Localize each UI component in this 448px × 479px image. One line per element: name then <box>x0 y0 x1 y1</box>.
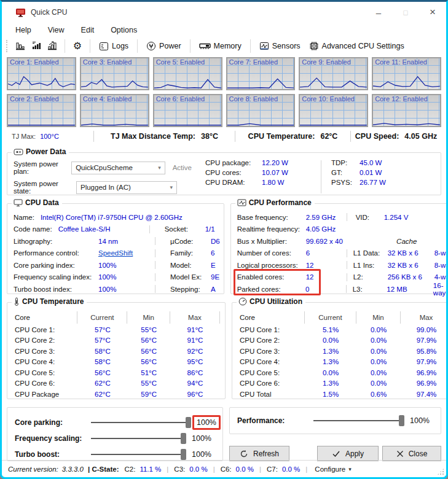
sensors-button[interactable]: Sensors <box>255 39 305 53</box>
cstate-c2: C2:11.1 % <box>124 465 161 473</box>
core-panel-5[interactable]: Core 5: Enabled <box>153 57 222 90</box>
core-activity-sparkline <box>373 58 440 89</box>
chart-ascending-icon[interactable] <box>44 39 60 53</box>
chart-descending-icon[interactable] <box>12 39 28 53</box>
frequency-scaling-slider[interactable] <box>91 432 186 445</box>
configure-dropdown[interactable]: Configure ▾ <box>315 465 351 473</box>
core-panel-7[interactable]: Core 7: Enabled <box>226 57 296 90</box>
logs-button[interactable]: Logs <box>95 39 133 53</box>
core-activity-sparkline <box>227 95 294 126</box>
core-panel-3[interactable]: Core 3: Enabled <box>80 57 149 90</box>
logical-processors-row: Logical processors: 12 L1 Ins: 32 KB x 6… <box>237 259 448 271</box>
apply-button[interactable]: Apply <box>317 446 379 461</box>
advanced-cpu-settings-button[interactable]: Advanced CPU Settings <box>305 39 409 53</box>
speedshift-link[interactable]: SpeedShift <box>98 249 133 257</box>
window-controls: – ◻ × <box>365 2 446 23</box>
settings-gear-icon[interactable]: ⚙ <box>69 39 85 53</box>
cpu-cores-row: CPU cores:10.07 W <box>205 169 321 176</box>
cstate-label: | C-State: <box>88 465 119 473</box>
slider-thumb[interactable] <box>399 415 404 426</box>
memory-button[interactable]: Memory <box>195 39 246 53</box>
slider-thumb[interactable] <box>186 417 191 428</box>
memory-icon <box>199 42 211 50</box>
stats-strip: TJ Max: 100°C TJ Max Distance Temp: 38°C… <box>7 128 441 144</box>
core-graphs-grid: Core 1: Enabled Core 3: Enabled Core 5: … <box>7 57 441 127</box>
core-parking-label: Core parking: <box>15 418 91 427</box>
core-activity-sparkline <box>227 58 294 89</box>
performance-slider[interactable] <box>313 415 404 427</box>
cpu-package-row: CPU package:12.20 W <box>205 159 321 166</box>
core-activity-sparkline <box>8 95 75 126</box>
core-parking-value: 100% <box>192 415 221 430</box>
cpu-temperature-cell: CPU Temperature: 62°C <box>235 131 351 142</box>
refresh-button[interactable]: Refresh <box>229 446 289 461</box>
cache-header: Cache <box>358 238 448 245</box>
core-panel-1[interactable]: Core 1: Enabled <box>7 57 76 90</box>
core-activity-sparkline <box>81 95 148 126</box>
app-icon <box>15 8 26 17</box>
chart-history-icon[interactable] <box>28 39 44 53</box>
table-row: CPU Core 5:56°C51°C86°C <box>15 367 220 378</box>
tj-max-value: 100°C <box>40 133 59 140</box>
maximize-button[interactable]: ◻ <box>392 2 419 23</box>
cpu-data-icon <box>14 199 23 207</box>
core-panel-11[interactable]: Core 11: Enabled <box>372 57 441 90</box>
core-activity-sparkline <box>300 95 367 126</box>
menu-view[interactable]: View <box>48 26 65 34</box>
minimize-button[interactable]: – <box>365 2 392 23</box>
close-window-button[interactable]: × <box>419 2 446 23</box>
performance-value: 100% <box>410 416 434 425</box>
core-parking-index-row: Core parking index: 100% Model: E <box>14 259 220 271</box>
power-plan-status: Active <box>173 164 192 171</box>
core-panel-6[interactable]: Core 6: Enabled <box>153 94 222 127</box>
power-metrics: CPU package:12.20 W CPU cores:10.07 W CP… <box>192 153 441 195</box>
menu-edit[interactable]: Edit <box>81 26 95 34</box>
cpu-data-title: CPU Data <box>12 198 62 207</box>
slider-thumb[interactable] <box>181 433 186 444</box>
core-panel-4[interactable]: Core 4: Enabled <box>80 94 149 127</box>
toolbar-drag-handle[interactable] <box>6 40 9 52</box>
turbo-boost-slider[interactable] <box>91 448 186 461</box>
frequency-scaling-slider-row: Frequency scaling: 100% <box>15 432 216 445</box>
core-panel-9[interactable]: Core 9: Enabled <box>299 57 368 90</box>
power-plan-select[interactable]: QuickCpuScheme ▾ <box>71 162 165 174</box>
cpu-data-group: CPU Data Name: Intel(R) Core(TM) i7-9750… <box>7 203 224 294</box>
core-panel-2[interactable]: Core 2: Enabled <box>7 94 76 127</box>
core-panel-8[interactable]: Core 8: Enabled <box>226 94 296 127</box>
frequency-scaling-index-row: Frequency scaling index: 100% Model Ex: … <box>14 271 220 284</box>
table-row: CPU Core 1:5.1%0.0%99.0% <box>240 324 448 335</box>
performance-group: Performance: 100% <box>229 407 441 434</box>
power-state-select[interactable]: Plugged In (AC) ▾ <box>76 181 177 194</box>
sensors-icon <box>259 42 269 50</box>
version-label: Current version: <box>8 465 58 473</box>
core-panel-12[interactable]: Core 12: Enabled <box>372 94 441 127</box>
power-label: Power <box>159 42 181 50</box>
turbo-boost-label: Turbo boost: <box>15 450 91 459</box>
menu-help[interactable]: Help <box>15 26 31 34</box>
toolbar-separator <box>190 39 191 53</box>
power-button[interactable]: Power <box>142 39 185 53</box>
memory-label: Memory <box>214 42 242 50</box>
toolbar-separator <box>250 39 251 53</box>
tj-distance-value: 38°C <box>201 132 218 141</box>
core-panel-10[interactable]: Core 10: Enabled <box>299 94 368 127</box>
core-activity-sparkline <box>81 58 148 89</box>
cpu-temperature-group: CPU Temperature Core Current Min Max CPU… <box>7 302 226 399</box>
menu-options[interactable]: Options <box>111 26 137 34</box>
table-row: CPU Core 3:58°C56°C92°C <box>15 346 220 357</box>
power-plan-value: QuickCpuScheme <box>76 164 133 171</box>
cpu-speed-cell: CPU Speed: 4.05 GHz <box>351 131 441 142</box>
table-row: CPU Package62°C59°C96°C <box>15 389 220 400</box>
core-parking-slider[interactable] <box>91 416 191 429</box>
quick-cpu-window: Quick CPU – ◻ × Help View Edit Options <box>0 0 448 479</box>
power-data-group: Power Data System power plan: QuickCpuSc… <box>7 152 441 195</box>
x-icon <box>396 450 404 458</box>
gt-row: GT:0.01 W <box>331 169 386 176</box>
core-parking-slider-row: Core parking: 100% <box>15 416 216 429</box>
performance-control-row: Performance control: SpeedShift Family: … <box>14 247 220 260</box>
frequency-scaling-label: Frequency scaling: <box>15 434 91 443</box>
close-button[interactable]: Close <box>382 446 441 461</box>
advanced-cpu-settings-label: Advanced CPU Settings <box>322 42 404 50</box>
utilization-table-header: Core Current Min Max <box>240 311 448 324</box>
slider-thumb[interactable] <box>181 449 186 460</box>
